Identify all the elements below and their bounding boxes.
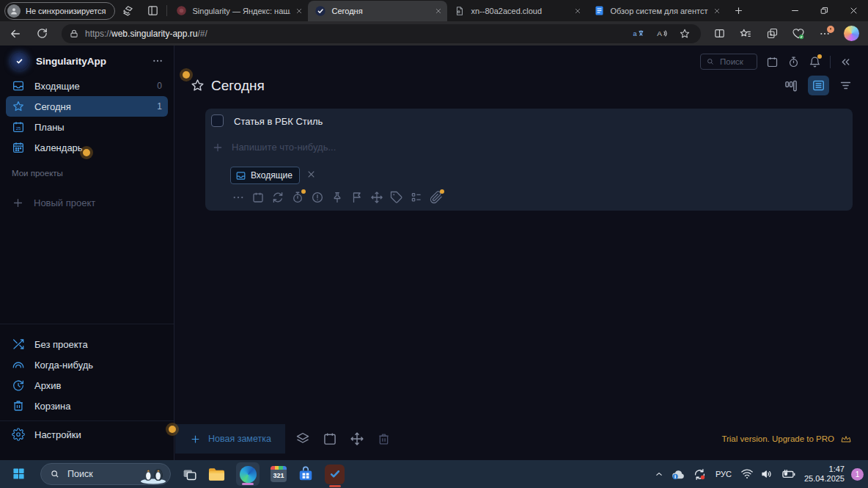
move-icon[interactable] (370, 191, 383, 204)
sort-filter-icon[interactable] (839, 79, 853, 92)
task-view-button[interactable] (182, 467, 197, 482)
pin-icon[interactable] (331, 191, 344, 204)
delete-note-icon[interactable] (377, 432, 391, 446)
flag-icon[interactable] (350, 191, 364, 204)
taskbar-clock[interactable]: 1:47 25.04.2025 (804, 465, 845, 484)
browser-essentials-icon[interactable] (787, 23, 809, 44)
timer-icon[interactable] (291, 191, 304, 204)
upgrade-pro-link[interactable]: Trial version. Upgrade to PRO (721, 424, 852, 454)
new-task-input[interactable] (230, 139, 450, 154)
sidebar-item-archive[interactable]: Архив (6, 375, 168, 396)
more-options-icon[interactable] (232, 191, 245, 204)
volume-icon[interactable] (760, 467, 773, 481)
settings-menu-icon[interactable] (814, 23, 836, 44)
collapse-panel-icon[interactable] (839, 56, 852, 68)
wifi-icon[interactable] (740, 468, 754, 480)
sidebar-item-settings[interactable]: Настройки (6, 424, 168, 445)
window-minimize-button[interactable] (780, 1, 809, 21)
new-project-button[interactable]: Новый проект (6, 192, 168, 213)
sidebar-item-someday[interactable]: Когда-нибудь (6, 354, 168, 375)
window-restore-button[interactable] (809, 1, 839, 21)
chip-remove-icon[interactable] (306, 170, 316, 179)
collections-icon[interactable] (761, 23, 783, 44)
tab-yandex-search[interactable]: Singularity — Яндекс: нашло (169, 1, 308, 21)
start-button[interactable] (12, 467, 25, 480)
task-title[interactable]: Статья в РБК Стиль (234, 116, 323, 127)
priority-icon[interactable] (311, 191, 324, 204)
favorite-star-icon[interactable] (676, 26, 694, 42)
project-chip[interactable]: Входящие (230, 167, 300, 184)
close-tab-icon[interactable] (574, 7, 581, 15)
app-search[interactable] (700, 54, 757, 70)
favorites-hub-icon[interactable] (735, 23, 757, 44)
close-tab-icon[interactable] (713, 7, 721, 15)
battery-icon[interactable] (780, 467, 795, 481)
checklist-icon[interactable] (410, 191, 423, 204)
sidebar-item-no-project[interactable]: Без проекта (6, 334, 168, 354)
attachment-icon[interactable] (430, 191, 443, 204)
back-icon[interactable] (4, 23, 26, 44)
vertical-tabs-icon[interactable] (140, 1, 165, 21)
page-title: Сегодня (211, 78, 265, 94)
tab-title: Singularity — Яндекс: нашло (192, 7, 290, 15)
new-note-button[interactable]: Новая заметка (190, 424, 271, 454)
read-aloud-icon[interactable]: A (652, 26, 670, 42)
board-view-icon[interactable] (784, 79, 798, 93)
schedule-icon[interactable] (323, 431, 337, 446)
sync-status-icon[interactable] (693, 467, 707, 481)
app-logo[interactable] (10, 52, 29, 70)
favorite-view-star-icon[interactable] (190, 78, 205, 93)
file-explorer-button[interactable] (208, 467, 225, 481)
sidebar-menu-icon[interactable] (152, 55, 163, 67)
copilot-icon[interactable] (840, 23, 862, 44)
sidebar-item-label: Входящие (34, 81, 80, 92)
layers-icon[interactable] (295, 431, 310, 446)
add-task-plus-icon[interactable] (212, 142, 224, 153)
divider (0, 420, 174, 421)
list-view-icon[interactable] (808, 76, 829, 95)
project-chip-label: Входящие (251, 170, 293, 181)
task-checkbox[interactable] (211, 114, 224, 127)
notifications-bell-icon[interactable] (809, 56, 821, 68)
tag-icon[interactable] (390, 191, 403, 204)
notification-count-badge[interactable]: 1 (851, 468, 864, 481)
close-tab-icon[interactable] (435, 7, 442, 15)
profile-button[interactable]: Не синхронизируется (4, 2, 115, 20)
task-group-card: Статья в РБК Стиль Входящие (205, 109, 853, 211)
sidebar-item-inbox[interactable]: Входящие 0 (6, 76, 168, 96)
taskbar-search[interactable] (40, 463, 171, 485)
tab-doc-review[interactable]: Обзор систем для агентств_ (586, 1, 726, 21)
singularity-favicon-icon (315, 5, 326, 17)
tab-segodnya[interactable]: Сегодня (308, 1, 447, 21)
repeat-icon[interactable] (271, 191, 284, 204)
tray-chevron-icon[interactable] (654, 469, 664, 479)
taskbar-search-input[interactable] (66, 468, 133, 480)
singularity-app-button[interactable] (325, 465, 345, 484)
move-note-icon[interactable] (350, 431, 364, 446)
pomodoro-timer-icon[interactable] (787, 56, 800, 68)
tab-cloud-site[interactable]: xn--80a2aced.cloud (447, 1, 586, 21)
close-tab-icon[interactable] (295, 7, 303, 15)
workspaces-icon[interactable] (115, 1, 140, 21)
translate-icon[interactable]: a (629, 26, 647, 42)
split-screen-icon[interactable] (708, 23, 730, 44)
edge-browser-button[interactable] (236, 462, 260, 486)
app-search-input[interactable] (718, 57, 751, 67)
sidebar-item-trash[interactable]: Корзина (6, 396, 168, 416)
media-player-button[interactable]: 321 (271, 466, 287, 482)
gear-icon (12, 428, 25, 441)
item-count: 0 (157, 81, 162, 91)
window-close-button[interactable] (839, 1, 868, 21)
sidebar-item-today[interactable]: Сегодня 1 (6, 96, 168, 117)
onedrive-icon[interactable] (671, 468, 686, 480)
search-highlight-image (139, 465, 168, 484)
address-bar[interactable]: https://web.singularity-app.ru/#/ a A (62, 24, 701, 43)
language-indicator[interactable]: РУС (716, 470, 732, 478)
due-date-icon[interactable] (251, 191, 265, 204)
new-tab-button[interactable] (726, 1, 751, 21)
trash-icon (12, 399, 25, 412)
calendar-button-icon[interactable] (766, 56, 779, 68)
microsoft-store-button[interactable] (298, 466, 314, 482)
sidebar-item-plans[interactable]: 25 Планы (6, 117, 168, 137)
refresh-icon[interactable] (31, 23, 53, 44)
